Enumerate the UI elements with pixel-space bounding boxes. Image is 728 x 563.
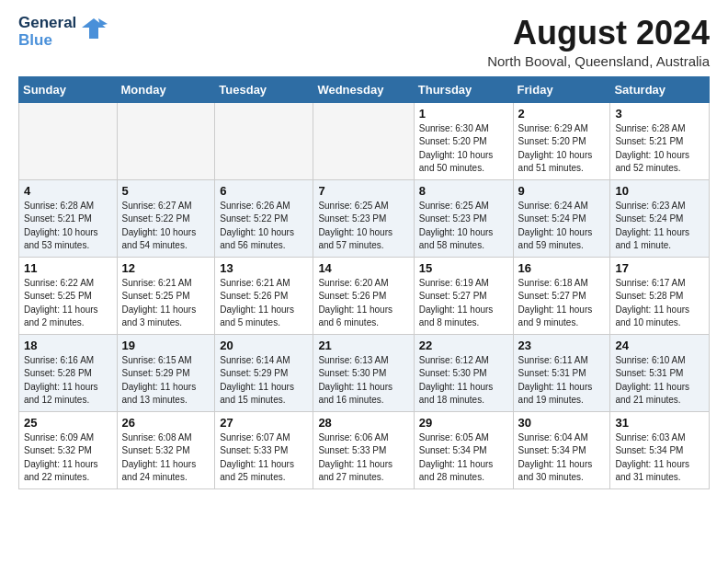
logo-text-blue: Blue xyxy=(18,32,76,50)
calendar-day-cell: 6Sunrise: 6:26 AM Sunset: 5:22 PM Daylig… xyxy=(215,179,313,257)
calendar-day-cell: 27Sunrise: 6:07 AM Sunset: 5:33 PM Dayli… xyxy=(215,411,313,488)
day-number: 27 xyxy=(220,416,308,430)
subtitle: North Booval, Queensland, Australia xyxy=(487,53,710,69)
calendar-day-cell xyxy=(215,102,313,179)
col-header-monday: Monday xyxy=(117,76,215,102)
day-number: 9 xyxy=(518,184,606,198)
day-number: 15 xyxy=(419,261,508,275)
day-number: 17 xyxy=(615,261,704,275)
calendar-day-cell: 31Sunrise: 6:03 AM Sunset: 5:34 PM Dayli… xyxy=(610,411,710,488)
calendar-day-cell: 1Sunrise: 6:30 AM Sunset: 5:20 PM Daylig… xyxy=(414,102,513,179)
calendar-day-cell: 19Sunrise: 6:15 AM Sunset: 5:29 PM Dayli… xyxy=(117,334,215,411)
day-info: Sunrise: 6:05 AM Sunset: 5:34 PM Dayligh… xyxy=(419,431,508,485)
day-number: 19 xyxy=(122,339,210,352)
day-info: Sunrise: 6:21 AM Sunset: 5:26 PM Dayligh… xyxy=(220,277,308,330)
calendar-day-cell: 2Sunrise: 6:29 AM Sunset: 5:20 PM Daylig… xyxy=(513,102,610,179)
day-number: 29 xyxy=(419,416,508,430)
calendar-header-row: SundayMondayTuesdayWednesdayThursdayFrid… xyxy=(19,76,710,102)
col-header-saturday: Saturday xyxy=(610,76,710,102)
day-number: 11 xyxy=(24,261,112,275)
logo-bird-icon xyxy=(80,15,108,46)
day-info: Sunrise: 6:19 AM Sunset: 5:27 PM Dayligh… xyxy=(419,277,508,330)
day-info: Sunrise: 6:20 AM Sunset: 5:26 PM Dayligh… xyxy=(318,277,408,330)
day-info: Sunrise: 6:28 AM Sunset: 5:21 PM Dayligh… xyxy=(24,200,112,253)
col-header-sunday: Sunday xyxy=(19,76,118,102)
calendar-day-cell xyxy=(313,102,414,179)
col-header-tuesday: Tuesday xyxy=(215,76,313,102)
day-number: 22 xyxy=(419,339,508,352)
day-number: 6 xyxy=(220,184,308,198)
calendar-week-row: 18Sunrise: 6:16 AM Sunset: 5:28 PM Dayli… xyxy=(19,334,710,411)
header: General Blue August 2024 North Booval, Q… xyxy=(18,15,710,69)
day-number: 21 xyxy=(318,339,408,352)
day-info: Sunrise: 6:28 AM Sunset: 5:21 PM Dayligh… xyxy=(615,122,704,176)
day-info: Sunrise: 6:17 AM Sunset: 5:28 PM Dayligh… xyxy=(615,277,704,330)
calendar-day-cell: 20Sunrise: 6:14 AM Sunset: 5:29 PM Dayli… xyxy=(215,334,313,411)
calendar-day-cell: 28Sunrise: 6:06 AM Sunset: 5:33 PM Dayli… xyxy=(313,411,414,488)
day-info: Sunrise: 6:08 AM Sunset: 5:32 PM Dayligh… xyxy=(122,431,210,485)
calendar-day-cell: 29Sunrise: 6:05 AM Sunset: 5:34 PM Dayli… xyxy=(414,411,513,488)
calendar-week-row: 25Sunrise: 6:09 AM Sunset: 5:32 PM Dayli… xyxy=(19,411,710,488)
calendar-day-cell: 21Sunrise: 6:13 AM Sunset: 5:30 PM Dayli… xyxy=(313,334,414,411)
day-number: 31 xyxy=(615,416,704,430)
calendar-day-cell: 16Sunrise: 6:18 AM Sunset: 5:27 PM Dayli… xyxy=(513,257,610,334)
day-number: 20 xyxy=(220,339,308,352)
logo: General Blue xyxy=(18,15,108,49)
day-info: Sunrise: 6:11 AM Sunset: 5:31 PM Dayligh… xyxy=(518,354,606,408)
day-info: Sunrise: 6:26 AM Sunset: 5:22 PM Dayligh… xyxy=(220,200,308,253)
calendar-week-row: 11Sunrise: 6:22 AM Sunset: 5:25 PM Dayli… xyxy=(19,257,710,334)
day-info: Sunrise: 6:12 AM Sunset: 5:30 PM Dayligh… xyxy=(419,354,508,408)
calendar-day-cell: 17Sunrise: 6:17 AM Sunset: 5:28 PM Dayli… xyxy=(610,257,710,334)
day-number: 7 xyxy=(318,184,408,198)
calendar-week-row: 4Sunrise: 6:28 AM Sunset: 5:21 PM Daylig… xyxy=(19,179,710,257)
calendar-week-row: 1Sunrise: 6:30 AM Sunset: 5:20 PM Daylig… xyxy=(19,102,710,179)
day-number: 26 xyxy=(122,416,210,430)
day-number: 8 xyxy=(419,184,508,198)
day-info: Sunrise: 6:04 AM Sunset: 5:34 PM Dayligh… xyxy=(518,431,606,485)
calendar-day-cell: 10Sunrise: 6:23 AM Sunset: 5:24 PM Dayli… xyxy=(610,179,710,257)
calendar-day-cell: 13Sunrise: 6:21 AM Sunset: 5:26 PM Dayli… xyxy=(215,257,313,334)
day-number: 2 xyxy=(518,107,606,121)
day-info: Sunrise: 6:13 AM Sunset: 5:30 PM Dayligh… xyxy=(318,354,408,408)
day-info: Sunrise: 6:30 AM Sunset: 5:20 PM Dayligh… xyxy=(419,122,508,176)
calendar-day-cell: 8Sunrise: 6:25 AM Sunset: 5:23 PM Daylig… xyxy=(414,179,513,257)
day-number: 25 xyxy=(24,416,112,430)
calendar-day-cell: 15Sunrise: 6:19 AM Sunset: 5:27 PM Dayli… xyxy=(414,257,513,334)
col-header-wednesday: Wednesday xyxy=(313,76,414,102)
day-number: 14 xyxy=(318,261,408,275)
day-info: Sunrise: 6:06 AM Sunset: 5:33 PM Dayligh… xyxy=(318,431,408,485)
day-info: Sunrise: 6:15 AM Sunset: 5:29 PM Dayligh… xyxy=(122,354,210,408)
day-info: Sunrise: 6:18 AM Sunset: 5:27 PM Dayligh… xyxy=(518,277,606,330)
calendar-day-cell: 23Sunrise: 6:11 AM Sunset: 5:31 PM Dayli… xyxy=(513,334,610,411)
day-info: Sunrise: 6:07 AM Sunset: 5:33 PM Dayligh… xyxy=(220,431,308,485)
logo-text-general: General xyxy=(18,15,76,32)
day-info: Sunrise: 6:14 AM Sunset: 5:29 PM Dayligh… xyxy=(220,354,308,408)
main-title: August 2024 xyxy=(487,15,710,52)
day-number: 12 xyxy=(122,261,210,275)
day-info: Sunrise: 6:03 AM Sunset: 5:34 PM Dayligh… xyxy=(615,431,704,485)
day-info: Sunrise: 6:24 AM Sunset: 5:24 PM Dayligh… xyxy=(518,200,606,253)
day-number: 4 xyxy=(24,184,112,198)
calendar-day-cell: 24Sunrise: 6:10 AM Sunset: 5:31 PM Dayli… xyxy=(610,334,710,411)
title-block: August 2024 North Booval, Queensland, Au… xyxy=(487,15,710,69)
calendar-day-cell: 4Sunrise: 6:28 AM Sunset: 5:21 PM Daylig… xyxy=(19,179,118,257)
calendar-day-cell: 3Sunrise: 6:28 AM Sunset: 5:21 PM Daylig… xyxy=(610,102,710,179)
day-number: 16 xyxy=(518,261,606,275)
day-info: Sunrise: 6:27 AM Sunset: 5:22 PM Dayligh… xyxy=(122,200,210,253)
calendar-day-cell: 18Sunrise: 6:16 AM Sunset: 5:28 PM Dayli… xyxy=(19,334,118,411)
calendar-day-cell: 12Sunrise: 6:21 AM Sunset: 5:25 PM Dayli… xyxy=(117,257,215,334)
col-header-friday: Friday xyxy=(513,76,610,102)
day-info: Sunrise: 6:09 AM Sunset: 5:32 PM Dayligh… xyxy=(24,431,112,485)
calendar-day-cell xyxy=(117,102,215,179)
day-number: 1 xyxy=(419,107,508,121)
calendar-day-cell: 14Sunrise: 6:20 AM Sunset: 5:26 PM Dayli… xyxy=(313,257,414,334)
day-info: Sunrise: 6:16 AM Sunset: 5:28 PM Dayligh… xyxy=(24,354,112,408)
calendar-day-cell: 25Sunrise: 6:09 AM Sunset: 5:32 PM Dayli… xyxy=(19,411,118,488)
calendar-day-cell: 22Sunrise: 6:12 AM Sunset: 5:30 PM Dayli… xyxy=(414,334,513,411)
calendar-day-cell xyxy=(19,102,118,179)
day-info: Sunrise: 6:25 AM Sunset: 5:23 PM Dayligh… xyxy=(419,200,508,253)
day-number: 18 xyxy=(24,339,112,352)
day-info: Sunrise: 6:23 AM Sunset: 5:24 PM Dayligh… xyxy=(615,200,704,253)
day-info: Sunrise: 6:25 AM Sunset: 5:23 PM Dayligh… xyxy=(318,200,408,253)
calendar-day-cell: 30Sunrise: 6:04 AM Sunset: 5:34 PM Dayli… xyxy=(513,411,610,488)
